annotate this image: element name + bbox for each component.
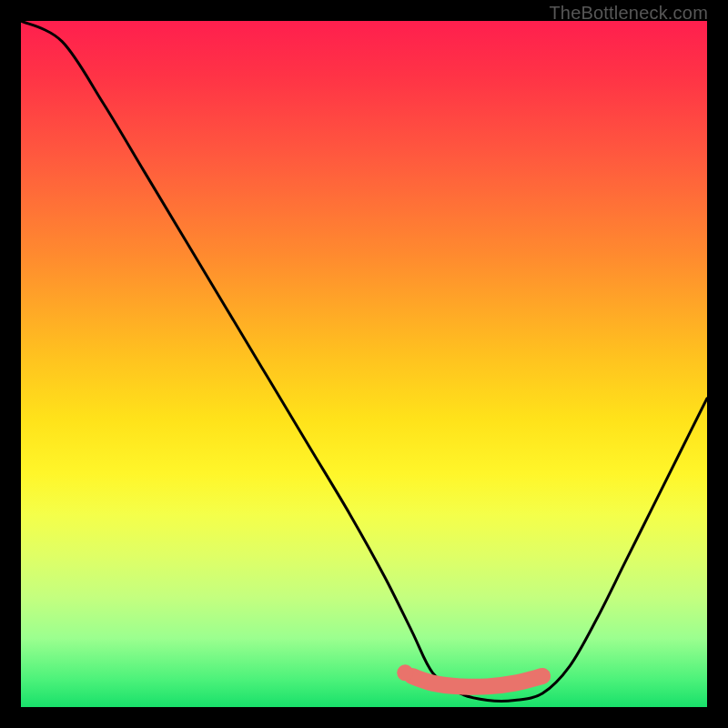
chart-svg: [21, 21, 707, 707]
highlight-segment: [412, 676, 542, 687]
attribution-text: TheBottleneck.com: [549, 3, 708, 24]
highlight-dot: [397, 664, 413, 681]
chart-frame: TheBottleneck.com: [0, 0, 728, 728]
bottleneck-curve: [21, 21, 707, 701]
